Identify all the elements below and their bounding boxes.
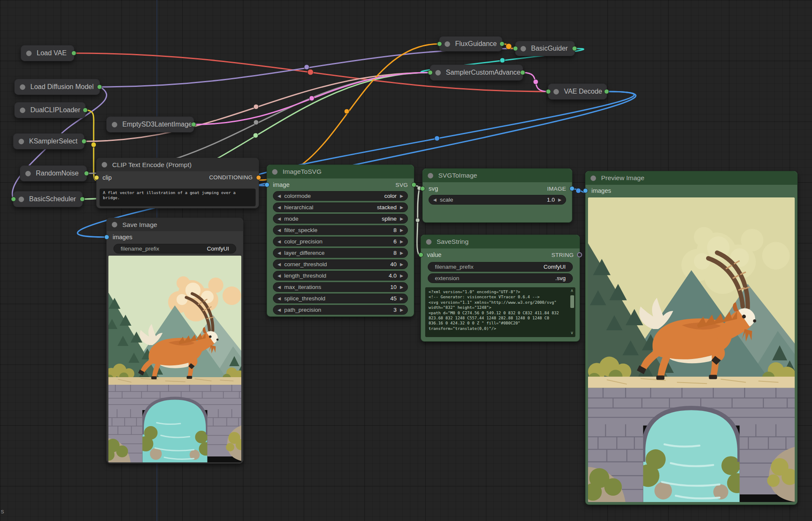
input-port[interactable] <box>546 89 551 94</box>
prompt-textarea[interactable]: A flat vector art illustration of a goat… <box>100 189 256 206</box>
decrement-arrow-icon[interactable] <box>278 240 281 244</box>
collapse-toggle-icon[interactable] <box>25 171 31 176</box>
input-port[interactable] <box>437 41 442 46</box>
images-input-port[interactable] <box>104 235 109 240</box>
node-random-noise[interactable]: RandomNoise <box>20 165 87 181</box>
extension-field[interactable]: extension .svg <box>428 273 573 283</box>
image-input-port[interactable] <box>264 182 270 187</box>
clip-input-port[interactable] <box>94 175 99 180</box>
decrement-arrow-icon[interactable] <box>278 217 281 221</box>
output-port[interactable] <box>499 41 504 46</box>
widget-hierarchical[interactable]: hierarchical stacked <box>273 202 408 212</box>
increment-arrow-icon[interactable] <box>400 297 403 301</box>
increment-arrow-icon[interactable] <box>400 217 403 221</box>
widget-max-iterations[interactable]: max_iterations 10 <box>273 282 408 292</box>
increment-arrow-icon[interactable] <box>558 198 561 202</box>
collapse-toggle-icon[interactable] <box>20 84 25 90</box>
collapse-toggle-icon[interactable] <box>272 169 278 175</box>
node-image-to-svg[interactable]: ImageToSVG image SVG colormode color hie… <box>267 165 414 317</box>
output-port[interactable] <box>191 122 196 127</box>
widget-mode[interactable]: mode spline <box>273 214 408 224</box>
collapse-toggle-icon[interactable] <box>521 46 526 51</box>
node-header[interactable]: Preview Image <box>585 171 797 185</box>
node-vae-decode[interactable]: VAE Decode <box>548 84 607 100</box>
decrement-arrow-icon[interactable] <box>278 228 281 232</box>
increment-arrow-icon[interactable] <box>400 240 403 244</box>
output-port[interactable] <box>80 197 85 202</box>
collapse-toggle-icon[interactable] <box>591 175 596 181</box>
node-basic-guider[interactable]: BasicGuider <box>515 41 575 56</box>
increment-arrow-icon[interactable] <box>400 205 403 210</box>
collapse-toggle-icon[interactable] <box>553 89 559 94</box>
increment-arrow-icon[interactable] <box>400 274 403 278</box>
scroll-up-icon[interactable] <box>570 289 573 293</box>
decrement-arrow-icon[interactable] <box>433 198 437 202</box>
widget-colormode[interactable]: colormode color <box>273 191 408 201</box>
node-load-vae[interactable]: Load VAE <box>21 45 74 61</box>
scrollbar-thumb[interactable] <box>570 295 574 308</box>
collapse-toggle-icon[interactable] <box>428 173 433 178</box>
output-port[interactable] <box>83 108 88 113</box>
node-preview-image[interactable]: Preview Image images <box>585 171 798 505</box>
decrement-arrow-icon[interactable] <box>278 251 281 255</box>
node-flux-guidance[interactable]: FluxGuidance <box>439 36 502 51</box>
node-header[interactable]: Save Image <box>107 218 243 231</box>
node-dual-clip-loader[interactable]: DualCLIPLoader <box>14 102 86 118</box>
output-port[interactable] <box>604 89 609 94</box>
output-port[interactable] <box>97 84 102 89</box>
increment-arrow-icon[interactable] <box>400 194 403 198</box>
increment-arrow-icon[interactable] <box>400 308 403 312</box>
node-svg-to-image[interactable]: SVGToImage svg IMAGE scale 1.0 <box>422 168 572 223</box>
svg-string-textarea[interactable]: <?xml version="1.0" encoding="UTF-8"?> <… <box>425 287 575 337</box>
collapse-toggle-icon[interactable] <box>20 108 25 113</box>
value-input-port[interactable] <box>418 252 424 257</box>
increment-arrow-icon[interactable] <box>400 228 403 232</box>
svg-input-port[interactable] <box>420 186 425 191</box>
widget-splice-threshold[interactable]: splice_threshold 45 <box>273 294 408 303</box>
collapse-toggle-icon[interactable] <box>102 162 107 167</box>
widget-filter-speckle[interactable]: filter_speckle 8 <box>273 225 408 235</box>
decrement-arrow-icon[interactable] <box>278 194 281 198</box>
node-header[interactable]: SaveString <box>421 235 580 248</box>
output-port[interactable] <box>520 70 525 75</box>
filename-prefix-field[interactable]: filename_prefix ComfyUI <box>428 262 573 272</box>
image-output-port[interactable] <box>569 186 575 191</box>
node-save-string[interactable]: SaveString value STRING filename_prefix … <box>421 235 580 342</box>
output-port[interactable] <box>572 46 577 51</box>
collapse-toggle-icon[interactable] <box>26 51 32 56</box>
images-input-port[interactable] <box>583 188 588 193</box>
input-port[interactable] <box>513 46 518 51</box>
output-port[interactable] <box>81 139 86 144</box>
decrement-arrow-icon[interactable] <box>278 285 281 289</box>
input-port[interactable] <box>428 70 433 75</box>
node-sampler-custom-advance[interactable]: SamplerCustomAdvance <box>430 65 523 81</box>
widget-layer-difference[interactable]: layer_difference 8 <box>273 248 408 258</box>
svg-output-port[interactable] <box>411 182 416 187</box>
collapse-toggle-icon[interactable] <box>426 239 432 245</box>
node-header[interactable]: ImageToSVG <box>267 165 414 178</box>
collapse-toggle-icon[interactable] <box>19 197 24 202</box>
collapse-toggle-icon[interactable] <box>112 222 117 227</box>
collapse-toggle-icon[interactable] <box>112 122 117 127</box>
node-ksampler-select[interactable]: KSamplerSelect <box>13 133 84 149</box>
collapse-toggle-icon[interactable] <box>445 41 450 47</box>
scroll-down-icon[interactable] <box>570 331 573 335</box>
node-basic-scheduler[interactable]: BasicScheduler <box>13 191 83 207</box>
collapse-toggle-icon[interactable] <box>19 139 24 144</box>
widget-color-precision[interactable]: color_precision 6 <box>273 237 408 246</box>
node-header[interactable]: CLIP Text Encode (Prompt) <box>97 158 259 171</box>
node-empty-sd3-latent-image[interactable]: EmptySD3LatentImage <box>106 116 194 132</box>
node-header[interactable]: SVGToImage <box>423 169 572 182</box>
decrement-arrow-icon[interactable] <box>278 274 281 278</box>
output-port[interactable] <box>84 171 89 176</box>
widget-length-threshold[interactable]: length_threshold 4.0 <box>273 271 408 281</box>
increment-arrow-icon[interactable] <box>400 285 403 289</box>
node-clip-text-encode[interactable]: CLIP Text Encode (Prompt) clip CONDITION… <box>96 158 259 208</box>
decrement-arrow-icon[interactable] <box>278 308 281 312</box>
widget-corner-threshold[interactable]: corner_threshold 40 <box>273 259 408 269</box>
collapse-toggle-icon[interactable] <box>435 70 441 76</box>
node-load-diffusion-model[interactable]: Load Diffusion Model <box>14 79 100 95</box>
decrement-arrow-icon[interactable] <box>278 205 281 210</box>
output-port[interactable] <box>71 51 76 56</box>
increment-arrow-icon[interactable] <box>400 262 403 267</box>
